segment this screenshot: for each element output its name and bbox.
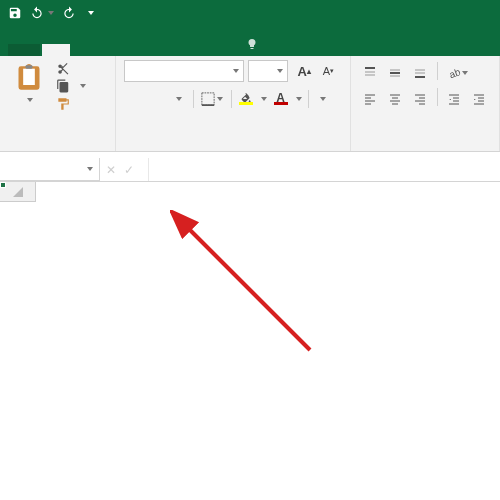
copy-button[interactable]: [54, 78, 88, 94]
font-size-select[interactable]: [248, 60, 288, 82]
paste-label[interactable]: [25, 98, 33, 102]
name-box[interactable]: [0, 158, 100, 181]
undo-button[interactable]: [26, 2, 48, 24]
ribbon-tabs: [0, 26, 500, 56]
align-right-button[interactable]: [409, 88, 432, 110]
bold-button[interactable]: [124, 88, 146, 110]
tab-home[interactable]: [42, 44, 70, 56]
align-middle-button[interactable]: [384, 62, 407, 84]
tab-file[interactable]: [8, 44, 40, 56]
phonetic-button[interactable]: [312, 88, 334, 110]
enter-formula-icon: ✓: [124, 163, 134, 177]
svg-rect-1: [26, 65, 33, 69]
title-bar: [0, 0, 500, 26]
cancel-formula-icon: ✕: [106, 163, 116, 177]
formula-input[interactable]: [149, 158, 500, 181]
tab-view[interactable]: [210, 44, 238, 56]
increase-font-button[interactable]: A▴: [294, 60, 316, 82]
tab-review[interactable]: [182, 44, 210, 56]
group-font: A▴ A▾: [116, 56, 351, 151]
group-alignment-label: [359, 146, 491, 151]
svg-rect-0: [23, 69, 35, 85]
spreadsheet-grid[interactable]: [0, 182, 500, 500]
decrease-font-button[interactable]: A▾: [318, 60, 340, 82]
group-clipboard-label: [8, 146, 107, 151]
watermark: [488, 462, 490, 490]
cut-button[interactable]: [54, 60, 88, 76]
group-font-label: [124, 146, 342, 151]
font-color-dropdown-icon[interactable]: [296, 97, 302, 101]
tab-data[interactable]: [154, 44, 182, 56]
group-alignment: ab: [351, 56, 500, 151]
svg-text:ab: ab: [448, 66, 461, 80]
tab-insert[interactable]: [70, 44, 98, 56]
qat-customize-button[interactable]: [80, 2, 102, 24]
paste-button[interactable]: [13, 60, 45, 96]
fill-color-dropdown-icon[interactable]: [261, 97, 267, 101]
align-bottom-button[interactable]: [409, 62, 432, 84]
tell-me-search[interactable]: [238, 32, 270, 56]
font-color-button[interactable]: A: [270, 88, 293, 110]
group-clipboard: [0, 56, 116, 151]
undo-dropdown-icon[interactable]: [48, 11, 54, 15]
align-top-button[interactable]: [359, 62, 382, 84]
increase-indent-button[interactable]: [468, 88, 491, 110]
decrease-indent-button[interactable]: [443, 88, 466, 110]
align-left-button[interactable]: [359, 88, 382, 110]
save-button[interactable]: [4, 2, 26, 24]
font-name-select[interactable]: [124, 60, 244, 82]
formula-bar: ✕ ✓: [0, 158, 500, 182]
orientation-button[interactable]: ab: [443, 62, 473, 84]
underline-button[interactable]: [168, 88, 190, 110]
redo-button[interactable]: [58, 2, 80, 24]
borders-button[interactable]: [197, 88, 228, 110]
tab-formulas[interactable]: [126, 44, 154, 56]
svg-rect-2: [201, 93, 213, 105]
align-center-button[interactable]: [384, 88, 407, 110]
fill-color-button[interactable]: [235, 88, 258, 110]
format-painter-button[interactable]: [54, 96, 88, 112]
fill-handle[interactable]: [0, 182, 6, 188]
tab-page-layout[interactable]: [98, 44, 126, 56]
italic-button[interactable]: [146, 88, 168, 110]
ribbon: A▴ A▾: [0, 56, 500, 152]
